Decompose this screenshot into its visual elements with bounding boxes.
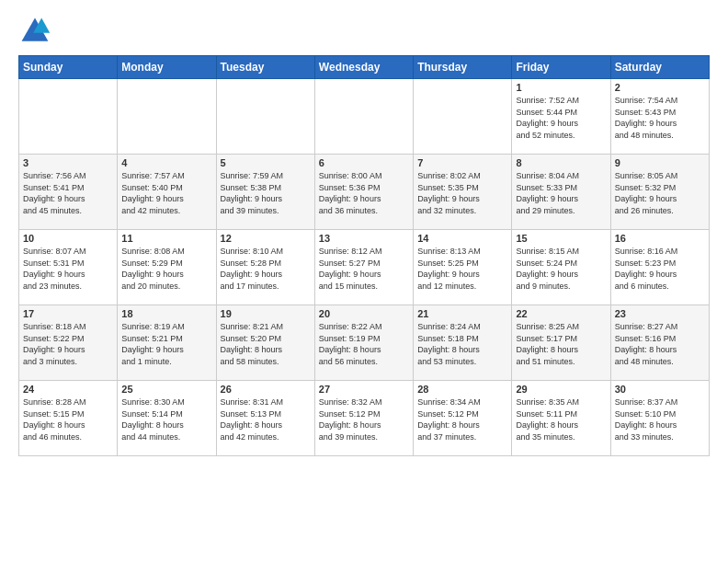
calendar-cell: 26Sunrise: 8:31 AMSunset: 5:13 PMDayligh… (216, 381, 314, 456)
day-number: 1 (516, 82, 606, 93)
calendar-cell: 21Sunrise: 8:24 AMSunset: 5:18 PMDayligh… (414, 305, 512, 381)
calendar-cell (414, 79, 512, 155)
day-info: Sunrise: 8:28 AMSunset: 5:15 PMDaylight:… (23, 396, 113, 442)
calendar-cell: 3Sunrise: 7:56 AMSunset: 5:41 PMDaylight… (19, 155, 118, 230)
page: SundayMondayTuesdayWednesdayThursdayFrid… (0, 0, 728, 563)
calendar-cell: 16Sunrise: 8:16 AMSunset: 5:23 PMDayligh… (610, 230, 709, 305)
day-info: Sunrise: 8:16 AMSunset: 5:23 PMDaylight:… (615, 246, 705, 292)
day-info: Sunrise: 8:07 AMSunset: 5:31 PMDaylight:… (23, 246, 113, 292)
day-number: 6 (319, 157, 409, 168)
day-info: Sunrise: 8:25 AMSunset: 5:17 PMDaylight:… (516, 321, 606, 367)
calendar-cell (216, 79, 314, 155)
calendar-cell: 18Sunrise: 8:19 AMSunset: 5:21 PMDayligh… (118, 305, 216, 381)
day-number: 25 (121, 384, 211, 395)
day-number: 28 (417, 384, 507, 395)
calendar-cell (19, 79, 118, 155)
calendar-cell: 9Sunrise: 8:05 AMSunset: 5:32 PMDaylight… (610, 155, 709, 230)
calendar-cell: 22Sunrise: 8:25 AMSunset: 5:17 PMDayligh… (512, 305, 610, 381)
day-number: 23 (615, 308, 705, 319)
day-info: Sunrise: 8:13 AMSunset: 5:25 PMDaylight:… (417, 246, 507, 292)
day-number: 12 (221, 233, 311, 244)
day-number: 17 (23, 308, 113, 319)
logo-icon (18, 15, 51, 48)
calendar-cell: 13Sunrise: 8:12 AMSunset: 5:27 PMDayligh… (314, 230, 413, 305)
calendar-day-header: Saturday (610, 56, 709, 79)
day-number: 19 (221, 308, 311, 319)
day-info: Sunrise: 7:56 AMSunset: 5:41 PMDaylight:… (23, 170, 113, 216)
calendar-cell: 12Sunrise: 8:10 AMSunset: 5:28 PMDayligh… (216, 230, 314, 305)
header (18, 15, 710, 48)
day-info: Sunrise: 7:59 AMSunset: 5:38 PMDaylight:… (221, 170, 311, 216)
calendar-table: SundayMondayTuesdayWednesdayThursdayFrid… (18, 55, 710, 456)
calendar-cell: 5Sunrise: 7:59 AMSunset: 5:38 PMDaylight… (216, 155, 314, 230)
day-number: 21 (417, 308, 507, 319)
day-info: Sunrise: 8:04 AMSunset: 5:33 PMDaylight:… (516, 170, 606, 216)
day-info: Sunrise: 8:37 AMSunset: 5:10 PMDaylight:… (615, 396, 705, 442)
calendar-cell: 17Sunrise: 8:18 AMSunset: 5:22 PMDayligh… (19, 305, 118, 381)
calendar-cell: 25Sunrise: 8:30 AMSunset: 5:14 PMDayligh… (118, 381, 216, 456)
calendar-week-row: 24Sunrise: 8:28 AMSunset: 5:15 PMDayligh… (19, 381, 710, 456)
day-number: 22 (516, 308, 606, 319)
calendar-day-header: Sunday (19, 56, 118, 79)
day-number: 4 (121, 157, 211, 168)
day-number: 5 (221, 157, 311, 168)
day-number: 2 (615, 82, 705, 93)
calendar-cell: 8Sunrise: 8:04 AMSunset: 5:33 PMDaylight… (512, 155, 610, 230)
day-info: Sunrise: 8:19 AMSunset: 5:21 PMDaylight:… (121, 321, 211, 367)
calendar-cell: 23Sunrise: 8:27 AMSunset: 5:16 PMDayligh… (610, 305, 709, 381)
calendar-week-row: 1Sunrise: 7:52 AMSunset: 5:44 PMDaylight… (19, 79, 710, 155)
calendar-day-header: Wednesday (314, 56, 413, 79)
calendar-cell: 6Sunrise: 8:00 AMSunset: 5:36 PMDaylight… (314, 155, 413, 230)
day-number: 14 (417, 233, 507, 244)
day-info: Sunrise: 8:05 AMSunset: 5:32 PMDaylight:… (615, 170, 705, 216)
day-info: Sunrise: 8:35 AMSunset: 5:11 PMDaylight:… (516, 396, 606, 442)
calendar-day-header: Thursday (414, 56, 512, 79)
day-info: Sunrise: 8:30 AMSunset: 5:14 PMDaylight:… (121, 396, 211, 442)
day-info: Sunrise: 8:34 AMSunset: 5:12 PMDaylight:… (417, 396, 507, 442)
day-info: Sunrise: 8:18 AMSunset: 5:22 PMDaylight:… (23, 321, 113, 367)
day-number: 10 (23, 233, 113, 244)
calendar-header-row: SundayMondayTuesdayWednesdayThursdayFrid… (19, 56, 710, 79)
day-number: 27 (319, 384, 409, 395)
calendar-cell: 19Sunrise: 8:21 AMSunset: 5:20 PMDayligh… (216, 305, 314, 381)
day-info: Sunrise: 8:00 AMSunset: 5:36 PMDaylight:… (319, 170, 409, 216)
calendar-cell: 28Sunrise: 8:34 AMSunset: 5:12 PMDayligh… (414, 381, 512, 456)
day-number: 8 (516, 157, 606, 168)
calendar-cell: 4Sunrise: 7:57 AMSunset: 5:40 PMDaylight… (118, 155, 216, 230)
calendar-cell: 27Sunrise: 8:32 AMSunset: 5:12 PMDayligh… (314, 381, 413, 456)
day-info: Sunrise: 8:22 AMSunset: 5:19 PMDaylight:… (319, 321, 409, 367)
day-info: Sunrise: 8:15 AMSunset: 5:24 PMDaylight:… (516, 246, 606, 292)
calendar-cell: 24Sunrise: 8:28 AMSunset: 5:15 PMDayligh… (19, 381, 118, 456)
day-info: Sunrise: 8:27 AMSunset: 5:16 PMDaylight:… (615, 321, 705, 367)
calendar-week-row: 10Sunrise: 8:07 AMSunset: 5:31 PMDayligh… (19, 230, 710, 305)
calendar-cell (314, 79, 413, 155)
calendar-cell: 30Sunrise: 8:37 AMSunset: 5:10 PMDayligh… (610, 381, 709, 456)
calendar-cell: 15Sunrise: 8:15 AMSunset: 5:24 PMDayligh… (512, 230, 610, 305)
calendar-cell: 7Sunrise: 8:02 AMSunset: 5:35 PMDaylight… (414, 155, 512, 230)
day-number: 7 (417, 157, 507, 168)
day-number: 26 (221, 384, 311, 395)
day-info: Sunrise: 8:12 AMSunset: 5:27 PMDaylight:… (319, 246, 409, 292)
day-number: 30 (615, 384, 705, 395)
day-info: Sunrise: 8:10 AMSunset: 5:28 PMDaylight:… (221, 246, 311, 292)
day-info: Sunrise: 8:08 AMSunset: 5:29 PMDaylight:… (121, 246, 211, 292)
calendar-cell: 11Sunrise: 8:08 AMSunset: 5:29 PMDayligh… (118, 230, 216, 305)
calendar-cell (118, 79, 216, 155)
day-info: Sunrise: 8:02 AMSunset: 5:35 PMDaylight:… (417, 170, 507, 216)
calendar-cell: 29Sunrise: 8:35 AMSunset: 5:11 PMDayligh… (512, 381, 610, 456)
calendar-week-row: 3Sunrise: 7:56 AMSunset: 5:41 PMDaylight… (19, 155, 710, 230)
day-info: Sunrise: 7:57 AMSunset: 5:40 PMDaylight:… (121, 170, 211, 216)
calendar-cell: 10Sunrise: 8:07 AMSunset: 5:31 PMDayligh… (19, 230, 118, 305)
calendar-day-header: Friday (512, 56, 610, 79)
day-number: 20 (319, 308, 409, 319)
calendar-cell: 2Sunrise: 7:54 AMSunset: 5:43 PMDaylight… (610, 79, 709, 155)
day-number: 29 (516, 384, 606, 395)
calendar-day-header: Monday (118, 56, 216, 79)
calendar-cell: 14Sunrise: 8:13 AMSunset: 5:25 PMDayligh… (414, 230, 512, 305)
logo (18, 15, 57, 48)
calendar-cell: 1Sunrise: 7:52 AMSunset: 5:44 PMDaylight… (512, 79, 610, 155)
day-number: 9 (615, 157, 705, 168)
day-info: Sunrise: 8:32 AMSunset: 5:12 PMDaylight:… (319, 396, 409, 442)
day-number: 13 (319, 233, 409, 244)
day-info: Sunrise: 7:54 AMSunset: 5:43 PMDaylight:… (615, 95, 705, 141)
